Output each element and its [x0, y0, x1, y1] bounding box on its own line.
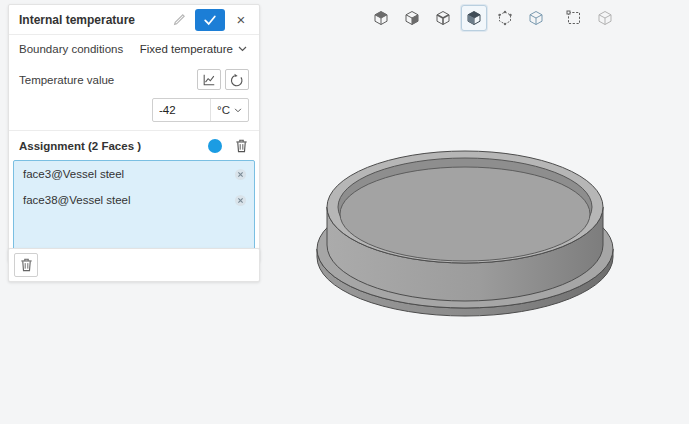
temperature-value-label: Temperature value [19, 74, 114, 86]
unit-dropdown[interactable]: °C [210, 99, 248, 121]
temperature-value-field: °C [152, 98, 249, 122]
temperature-value-input[interactable] [153, 104, 210, 116]
select-volume-icon[interactable] [368, 5, 394, 31]
delete-button[interactable] [14, 253, 38, 277]
assignment-item[interactable]: face3@Vessel steel [14, 161, 254, 187]
close-button[interactable]: × [231, 10, 251, 30]
unit-value: °C [217, 104, 230, 116]
assignment-list[interactable]: face3@Vessel steel face38@Vessel steel [13, 160, 255, 257]
chevron-down-icon [234, 108, 242, 113]
close-icon: × [237, 12, 246, 27]
circle-x-icon [234, 194, 247, 207]
confirm-button[interactable] [195, 9, 225, 31]
show-wireframe-icon[interactable] [523, 5, 549, 31]
assignment-item[interactable]: face38@Vessel steel [14, 187, 254, 213]
assignment-item-name: face3@Vessel steel [23, 168, 124, 180]
pencil-icon [172, 13, 186, 27]
boundary-conditions-label: Boundary conditions [19, 43, 123, 55]
check-icon [203, 14, 217, 26]
temperature-input-row: °C [9, 96, 259, 128]
secondary-toolbar-panel [8, 248, 260, 282]
panel-title: Internal temperature [19, 13, 163, 27]
boundary-conditions-value: Fixed temperature [140, 43, 233, 55]
viewer-toolbar [368, 5, 618, 31]
remove-face-button[interactable] [234, 194, 247, 207]
undo-icon [230, 73, 244, 87]
remove-face-button[interactable] [234, 168, 247, 181]
boundary-conditions-row: Boundary conditions Fixed temperature [9, 35, 259, 63]
assignment-header-row: Assignment (2 Faces ) [9, 131, 259, 160]
more-view-options-icon[interactable] [592, 5, 618, 31]
circle-x-icon [234, 168, 247, 181]
select-face-active-icon[interactable] [461, 5, 487, 31]
assignment-select-toggle[interactable] [208, 139, 222, 153]
vessel-inner-floor [340, 167, 590, 261]
trash-icon [234, 138, 249, 154]
edit-name-button[interactable] [169, 10, 189, 30]
clear-assignment-button[interactable] [234, 138, 249, 154]
formula-table-input-button[interactable] [197, 69, 221, 90]
reset-value-button[interactable] [225, 69, 249, 90]
select-vertex-icon[interactable] [492, 5, 518, 31]
chevron-down-icon [238, 46, 247, 52]
boundary-conditions-dropdown[interactable]: Fixed temperature [138, 41, 249, 57]
trash-icon [19, 257, 34, 273]
chart-icon [202, 73, 216, 87]
panel-header: Internal temperature × [9, 5, 259, 35]
assignment-item-name: face38@Vessel steel [23, 194, 131, 206]
select-face-icon[interactable] [399, 5, 425, 31]
vessel-model[interactable] [317, 151, 613, 316]
temperature-value-row: Temperature value [9, 63, 259, 96]
select-edge-icon[interactable] [430, 5, 456, 31]
box-select-icon[interactable] [561, 5, 587, 31]
boundary-condition-panel: Internal temperature × Boundary conditio… [8, 4, 260, 262]
assignment-label: Assignment (2 Faces ) [19, 140, 141, 152]
